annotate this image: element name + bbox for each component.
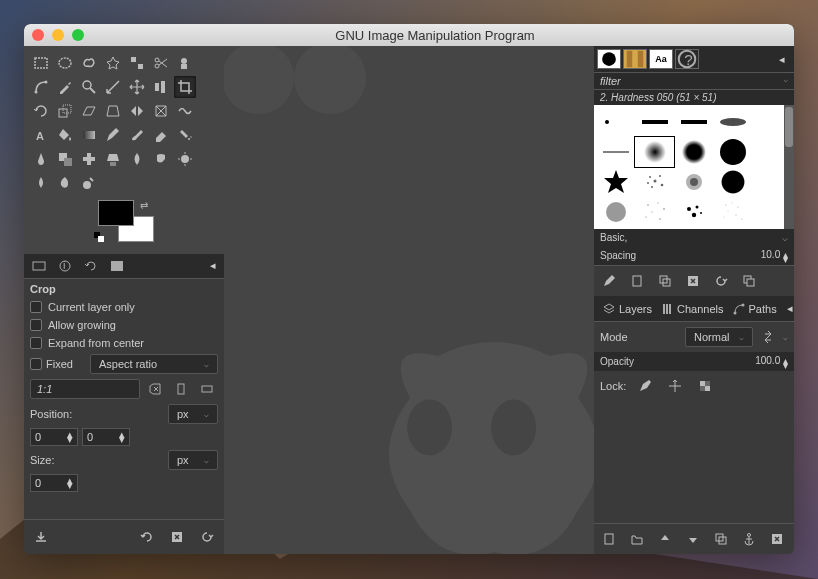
drop-tool-2[interactable] (54, 172, 76, 194)
images-tab[interactable] (104, 256, 130, 276)
blur-tool[interactable] (126, 148, 148, 170)
brush-item[interactable] (714, 137, 753, 167)
rect-select-tool[interactable] (30, 52, 52, 74)
raise-layer-icon[interactable] (654, 528, 676, 550)
foreground-select-tool[interactable] (174, 52, 196, 74)
layers-tab[interactable]: Layers (598, 299, 656, 318)
new-layer-icon[interactable] (598, 528, 620, 550)
dodge-tool[interactable] (174, 148, 196, 170)
brush-scrollbar[interactable] (784, 105, 794, 229)
bucket-fill-tool[interactable] (54, 124, 76, 146)
crop-tool[interactable] (174, 76, 196, 98)
brush-preset-select[interactable]: Basic,⌵ (594, 229, 794, 246)
brush-item[interactable] (635, 107, 674, 137)
move-tool[interactable] (126, 76, 148, 98)
mode-switch-icon[interactable] (757, 326, 779, 348)
fixed-checkbox[interactable] (30, 358, 42, 370)
brush-item[interactable] (714, 107, 753, 137)
ink-tool[interactable] (30, 148, 52, 170)
default-colors-icon[interactable] (94, 232, 104, 242)
allow-growing-checkbox[interactable]: Allow growing (30, 316, 218, 334)
ellipse-select-tool[interactable] (54, 52, 76, 74)
size-w-input[interactable]: 0▴▾ (30, 474, 78, 492)
brush-item[interactable] (674, 107, 713, 137)
brush-item[interactable] (674, 137, 713, 167)
portrait-icon[interactable] (170, 378, 192, 400)
brush-item-selected[interactable] (635, 137, 674, 167)
brush-item[interactable] (714, 167, 753, 197)
pencil-tool[interactable] (102, 124, 124, 146)
new-brush-icon[interactable] (626, 270, 648, 292)
zoom-tool[interactable] (78, 76, 100, 98)
mode-chevron-icon[interactable]: ⌵ (783, 333, 788, 342)
drop-tool-3[interactable] (78, 172, 100, 194)
brush-item[interactable] (596, 197, 635, 227)
delete-brush-icon[interactable] (682, 270, 704, 292)
brush-item[interactable] (635, 197, 674, 227)
text-tool[interactable]: A (30, 124, 52, 146)
color-swatches[interactable]: ⇄ (94, 200, 154, 242)
position-unit-select[interactable]: px⌵ (168, 404, 218, 424)
new-group-icon[interactable] (626, 528, 648, 550)
close-button[interactable] (32, 29, 44, 41)
landscape-icon[interactable] (196, 378, 218, 400)
aspect-select[interactable]: Aspect ratio⌵ (90, 354, 218, 374)
brush-item[interactable] (674, 167, 713, 197)
brush-item[interactable] (596, 137, 635, 167)
smudge-tool[interactable] (150, 148, 172, 170)
ratio-input[interactable]: 1:1 (30, 379, 140, 399)
save-preset-icon[interactable] (30, 526, 52, 548)
paths-tab[interactable]: Paths (728, 299, 781, 318)
minimize-button[interactable] (52, 29, 64, 41)
airbrush-tool[interactable] (174, 124, 196, 146)
swap-colors-icon[interactable]: ⇄ (140, 200, 152, 212)
lock-alpha-icon[interactable] (694, 375, 716, 397)
pos-y-input[interactable]: 0▴▾ (82, 428, 130, 446)
brush-tab-menu-icon[interactable]: ◂ (773, 50, 791, 69)
fonts-tab[interactable]: Aa (649, 49, 673, 69)
channels-tab[interactable]: Channels (656, 299, 727, 318)
opacity-slider[interactable]: Opacity 100.0 ▴▾ (594, 352, 794, 371)
refresh-brush-icon[interactable] (710, 270, 732, 292)
delete-preset-icon[interactable] (166, 526, 188, 548)
drop-tool-1[interactable] (30, 172, 52, 194)
layers-tab-menu-icon[interactable]: ◂ (781, 299, 794, 318)
spacing-slider[interactable]: Spacing 10.0 ▴▾ (594, 246, 794, 265)
paintbrush-tool[interactable] (126, 124, 148, 146)
perspective-clone-tool[interactable] (102, 148, 124, 170)
scale-tool[interactable] (54, 100, 76, 122)
current-layer-checkbox[interactable]: Current layer only (30, 298, 218, 316)
history-tab[interactable]: ? (675, 49, 699, 69)
shear-tool[interactable] (78, 100, 100, 122)
clear-ratio-icon[interactable] (144, 378, 166, 400)
brushes-tab[interactable] (597, 49, 621, 69)
heal-tool[interactable] (78, 148, 100, 170)
rotate-tool[interactable] (30, 100, 52, 122)
fg-color[interactable] (98, 200, 134, 226)
lock-position-icon[interactable] (664, 375, 686, 397)
brush-item[interactable] (635, 167, 674, 197)
brush-item[interactable] (674, 197, 713, 227)
lower-layer-icon[interactable] (682, 528, 704, 550)
free-select-tool[interactable] (78, 52, 100, 74)
brush-item[interactable] (596, 167, 635, 197)
device-status-tab[interactable]: i (52, 256, 78, 276)
brush-item[interactable] (714, 197, 753, 227)
tool-options-tab[interactable] (26, 256, 52, 276)
cage-tool[interactable] (150, 100, 172, 122)
brush-filter-input[interactable]: filter⌵ (594, 73, 794, 90)
color-picker-tool[interactable] (54, 76, 76, 98)
patterns-tab[interactable] (623, 49, 647, 69)
edit-brush-icon[interactable] (598, 270, 620, 292)
delete-layer-icon[interactable] (766, 528, 788, 550)
scissors-tool[interactable] (150, 52, 172, 74)
expand-center-checkbox[interactable]: Expand from center (30, 334, 218, 352)
reset-preset-icon[interactable] (196, 526, 218, 548)
lock-pixels-icon[interactable] (634, 375, 656, 397)
paths-tool[interactable] (30, 76, 52, 98)
eraser-tool[interactable] (150, 124, 172, 146)
flip-tool[interactable] (126, 100, 148, 122)
maximize-button[interactable] (72, 29, 84, 41)
mode-select[interactable]: Normal⌵ (685, 327, 753, 347)
size-unit-select[interactable]: px⌵ (168, 450, 218, 470)
